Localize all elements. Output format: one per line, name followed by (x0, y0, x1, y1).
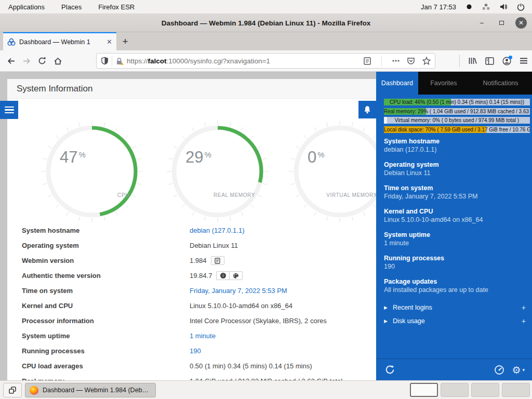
topbar-menu-firefox-esr[interactable]: Firefox ESR (90, 0, 143, 14)
account-icon[interactable] (502, 57, 511, 65)
table-row: Kernel and CPULinux 5.10.0-10-amd64 on x… (7, 298, 376, 313)
close-window-button[interactable]: ✕ (515, 17, 527, 29)
pocket-icon[interactable] (407, 57, 415, 65)
settings-gear-button[interactable]: ⚙ ▾ (512, 364, 525, 376)
sidebar-section-value: 1 minute (384, 239, 527, 248)
collapsible-label: Recent logins (393, 304, 432, 311)
tab-title: Dashboard — Webmin 1 (19, 38, 98, 46)
insecure-lock-icon[interactable] (115, 57, 124, 65)
new-tab-button[interactable]: + (116, 32, 134, 50)
row-value-link[interactable]: 190 (190, 347, 201, 355)
table-row: Webmin version1.984 (7, 253, 376, 268)
taskbar-window-button[interactable]: Dashboard — Webmin 1.984 (Deb… (25, 383, 156, 397)
info-icon: i (220, 273, 226, 278)
tab-close-icon[interactable]: ✕ (107, 38, 112, 46)
topbar-menus: ApplicationsPlacesFirefox ESR (0, 0, 143, 14)
sidebar-footer: ⚙ ▾ (376, 358, 532, 380)
row-value: Intel Core Processor (Skylake, IBRS), 2 … (190, 317, 327, 325)
gauge-label: CPU (117, 192, 129, 198)
row-value-text: 19.84.7 (190, 272, 212, 280)
sidebar-section: Time on systemFriday, January 7, 2022 5:… (384, 184, 527, 201)
webmin-favicon (7, 38, 16, 46)
table-row: System uptime1 minute (7, 328, 376, 343)
row-value-link[interactable]: debian (127.0.1.1) (190, 227, 245, 234)
sidebar-section: System uptime1 minute (384, 231, 527, 248)
row-value-link[interactable]: 1 minute (190, 332, 216, 340)
refresh-icon[interactable] (384, 364, 395, 375)
release-notes-icon (215, 258, 220, 264)
dashboard-gauge-icon[interactable] (494, 365, 504, 375)
minimize-button[interactable]: − (476, 17, 487, 29)
row-label: Time on system (22, 287, 73, 295)
gnome-top-bar: ApplicationsPlacesFirefox ESR Jan 7 17:5… (0, 0, 532, 14)
url-text[interactable]: https://falcot:10000/sysinfo.cgi?xnaviga… (127, 57, 270, 65)
url-bar[interactable]: https://falcot:10000/sysinfo.cgi?xnaviga… (96, 53, 435, 69)
topbar-menu-places[interactable]: Places (53, 0, 90, 14)
volume-icon[interactable] (499, 3, 508, 11)
sidebar-tab-dashboard[interactable]: Dashboard (376, 72, 418, 95)
power-icon[interactable] (516, 3, 525, 11)
row-value-text: Friday, January 7, 2022 5:53 PM (190, 287, 287, 295)
reload-button[interactable] (34, 53, 50, 69)
row-value-link[interactable]: Friday, January 7, 2022 5:53 PM (190, 287, 287, 295)
webmin-menu-toggle-button[interactable] (0, 101, 18, 119)
notifications-bell-button[interactable] (358, 101, 376, 118)
tracking-shield-icon[interactable] (101, 57, 109, 65)
back-button[interactable] (3, 53, 19, 69)
collapsible-recent-logins[interactable]: ▶Recent logins+ (384, 301, 526, 314)
table-row: System hostnamedebian (127.0.1.1) (7, 223, 376, 238)
browser-viewport: System Information 47%CPU29%REAL MEMORY0… (0, 72, 532, 380)
bell-icon (363, 105, 371, 114)
bookmark-star-icon[interactable] (422, 57, 431, 65)
topbar-menu-applications[interactable]: Applications (0, 0, 53, 14)
reader-view-icon[interactable] (364, 57, 371, 65)
page-actions-divider (381, 56, 382, 66)
workspace-1[interactable] (410, 383, 438, 397)
palette-button[interactable] (229, 271, 243, 280)
workspace-2[interactable] (441, 383, 469, 397)
expand-plus-icon[interactable]: + (522, 303, 526, 312)
collapsible-label: Disk usage (393, 317, 425, 325)
release-notes-button[interactable] (211, 256, 224, 265)
row-value: 0.50 (1 min) 0.34 (5 mins) 0.14 (15 mins… (190, 362, 312, 370)
row-value: Debian Linux 11 (190, 242, 238, 249)
expand-plus-icon[interactable]: + (522, 317, 526, 325)
app-menu-icon[interactable] (520, 58, 528, 64)
gauge-label: REAL MEMORY (214, 192, 255, 198)
info-button[interactable]: i (216, 271, 230, 280)
gauge-value: 29% (185, 148, 211, 167)
maximize-button[interactable] (496, 17, 507, 29)
home-button[interactable] (50, 53, 65, 69)
gauge-cpu: 47%CPU (40, 119, 144, 223)
collapsible-disk-usage[interactable]: ▶Disk usage+ (384, 314, 526, 328)
row-label: Authentic theme version (22, 272, 101, 280)
page-actions-menu-icon[interactable] (392, 60, 400, 62)
meter-text: Real memory: 29% ( 1.04 GiB used / 912.8… (384, 108, 530, 115)
record-dot-icon (465, 3, 473, 11)
library-icon[interactable] (468, 57, 477, 65)
sidebar-section-label: Time on system (384, 184, 527, 192)
clock[interactable]: Jan 7 17:53 (421, 3, 456, 11)
sidebar-tab-notifications[interactable]: Notifications (469, 72, 532, 95)
sidebar-tabs: DashboardFavoritesNotifications (376, 72, 532, 95)
table-row: Operating systemDebian Linux 11 (7, 238, 376, 253)
workspace-4[interactable] (502, 383, 530, 397)
gauge-label: VIRTUAL MEMORY (326, 192, 377, 198)
network-status-icon[interactable]: ? (482, 3, 490, 11)
gauge-unit: % (204, 150, 211, 159)
table-row: Time on systemFriday, January 7, 2022 5:… (7, 283, 376, 298)
sidebar-toggle-icon[interactable] (485, 57, 494, 65)
sidebar-info: System hostnamedebian (127.0.1.1)Operati… (384, 137, 527, 301)
row-value: 19.84.7i (190, 271, 243, 280)
workspace-3[interactable] (471, 383, 499, 397)
gauge-value: 0% (308, 148, 325, 167)
sidebar-tab-favorites[interactable]: Favorites (418, 72, 470, 95)
forward-button[interactable] (19, 53, 34, 69)
tab-dashboard[interactable]: Dashboard — Webmin 1 ✕ (3, 32, 116, 50)
row-value: 1.984 (190, 256, 224, 265)
firefox-titlebar[interactable]: Dashboard — Webmin 1.984 (Debian Linux 1… (0, 14, 532, 32)
sidebar-section: System hostnamedebian (127.0.1.1) (384, 137, 527, 154)
gauge-number: 47 (60, 148, 77, 166)
show-desktop-button[interactable] (3, 383, 22, 397)
account-badge (509, 56, 512, 59)
